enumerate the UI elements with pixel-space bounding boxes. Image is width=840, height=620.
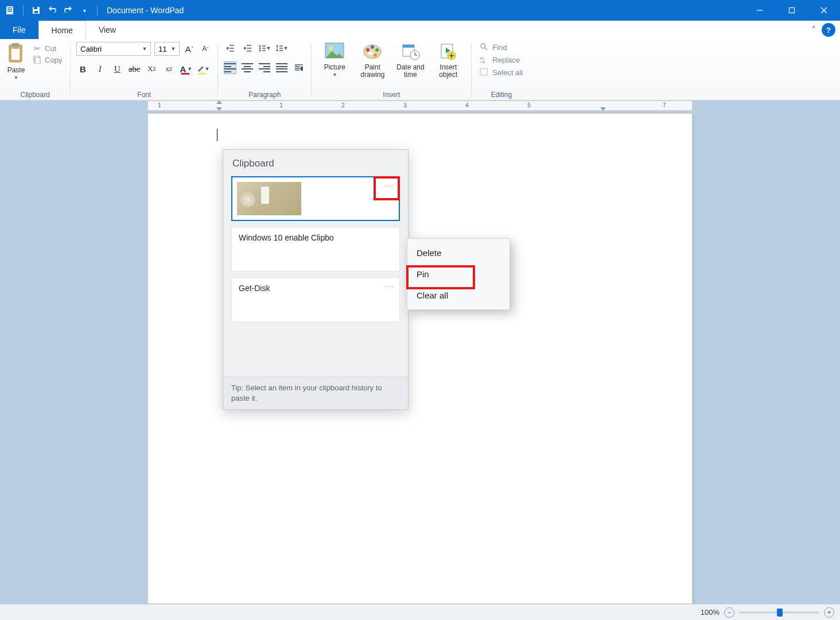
insert-paint-label: Paint drawing — [360, 64, 384, 79]
insert-picture-label: Picture — [324, 64, 345, 71]
chevron-down-icon: ▼ — [170, 46, 176, 52]
svg-rect-3 — [7, 11, 12, 12]
qat-separator — [23, 5, 24, 16]
insert-datetime-label: Date and time — [396, 64, 425, 79]
svg-point-41 — [371, 45, 374, 49]
document-page[interactable]: Clipboard ··· Windows 10 enable Clipbo G… — [147, 113, 693, 604]
minimize-button[interactable] — [744, 0, 776, 21]
collapse-ribbon-icon[interactable]: ˄ — [808, 21, 819, 39]
copy-button[interactable]: Copy — [30, 55, 64, 65]
group-insert: Picture▼ Paint drawing Date and time Ins… — [312, 40, 471, 100]
search-icon — [480, 42, 489, 52]
justify-button[interactable] — [275, 61, 288, 74]
shrink-font-button[interactable]: A˅ — [199, 42, 212, 55]
chevron-down-icon: ▼ — [332, 72, 337, 78]
help-icon[interactable]: ? — [822, 23, 835, 37]
bold-button[interactable]: B — [76, 63, 89, 75]
clipboard-item-image[interactable]: ··· — [231, 176, 400, 221]
highlight-button[interactable]: ▼ — [197, 63, 209, 75]
svg-rect-12 — [12, 43, 19, 47]
align-right-button[interactable] — [258, 61, 271, 74]
qat-separator-2 — [97, 5, 98, 16]
zoom-slider-thumb[interactable] — [777, 609, 783, 617]
grow-font-button[interactable]: A˄ — [183, 42, 196, 55]
paragraph-dialog-button[interactable] — [293, 61, 305, 74]
svg-rect-13 — [11, 49, 20, 60]
zoom-in-button[interactable]: + — [824, 607, 834, 618]
zoom-out-button[interactable]: − — [724, 607, 734, 618]
decrease-indent-button[interactable] — [224, 42, 236, 55]
find-button[interactable]: Find — [477, 42, 525, 52]
font-color-button[interactable]: A▼ — [180, 63, 192, 75]
chevron-down-icon: ▼ — [187, 66, 192, 72]
zoom-slider[interactable] — [739, 611, 819, 614]
underline-button[interactable]: U — [111, 63, 123, 75]
right-indent-marker[interactable] — [600, 107, 606, 111]
clipboard-item-text[interactable]: Get-Disk ··· — [231, 277, 400, 322]
qat-customize-icon[interactable]: ▾ — [79, 5, 90, 16]
window-title: Document - WordPad — [107, 6, 184, 15]
indent-marker-bottom[interactable] — [216, 107, 222, 111]
group-insert-label: Insert — [383, 91, 400, 99]
italic-button[interactable]: I — [94, 63, 106, 75]
svg-point-43 — [374, 53, 377, 57]
svg-point-23 — [259, 48, 261, 49]
selectall-icon — [480, 68, 489, 77]
align-center-button[interactable] — [241, 61, 254, 74]
file-tab[interactable]: File — [0, 21, 38, 39]
ruler[interactable]: 1 1 2 3 4 5 7 — [0, 100, 840, 112]
line-spacing-button[interactable]: ▼ — [275, 42, 288, 55]
ctx-clear-all[interactable]: Clear all — [407, 285, 510, 306]
svg-rect-6 — [34, 11, 38, 13]
redo-icon[interactable] — [63, 5, 74, 16]
clipboard-item-text[interactable]: Windows 10 enable Clipbo — [231, 227, 400, 272]
text-caret — [217, 129, 217, 141]
replace-button[interactable]: abReplace — [477, 55, 525, 65]
ctx-pin[interactable]: Pin — [407, 264, 510, 285]
font-size-dropdown[interactable]: 11▼ — [154, 42, 180, 56]
insert-picture-button[interactable]: Picture▼ — [317, 42, 352, 78]
insert-datetime-button[interactable]: Date and time — [393, 42, 427, 79]
clipboard-item-more-icon[interactable]: ··· — [384, 281, 395, 290]
increase-indent-button[interactable] — [241, 42, 254, 55]
app-icon — [5, 5, 16, 16]
save-icon[interactable] — [30, 5, 42, 16]
group-clipboard: Paste ▼ ✂Cut Copy Clipboard — [0, 40, 70, 100]
superscript-button[interactable]: x2 — [162, 63, 175, 75]
svg-rect-8 — [790, 8, 795, 13]
svg-point-40 — [366, 48, 370, 52]
group-font-label: Font — [137, 91, 151, 99]
chevron-down-icon: ▼ — [283, 45, 288, 51]
status-bar: 100% − + — [0, 604, 840, 620]
list-button[interactable]: ▼ — [258, 42, 271, 55]
svg-rect-2 — [7, 9, 12, 10]
svg-rect-5 — [34, 7, 37, 9]
title-bar: ▾ Document - WordPad — [0, 0, 840, 21]
chevron-down-icon: ▼ — [14, 75, 18, 80]
maximize-button[interactable] — [776, 0, 808, 21]
insert-paint-button[interactable]: Paint drawing — [355, 42, 390, 79]
svg-rect-36 — [301, 67, 303, 71]
close-button[interactable] — [808, 0, 840, 21]
subscript-button[interactable]: X2 — [145, 63, 158, 75]
svg-rect-46 — [403, 45, 414, 48]
paste-button[interactable]: Paste ▼ — [6, 42, 26, 80]
align-left-button[interactable] — [224, 61, 236, 74]
chevron-down-icon: ▼ — [266, 45, 271, 51]
selectall-button[interactable]: Select all — [477, 67, 525, 78]
ctx-delete[interactable]: Delete — [407, 242, 510, 264]
strikethrough-button[interactable]: abc — [128, 63, 141, 75]
group-editing: Find abReplace Select all Editing — [472, 40, 531, 100]
replace-icon: ab — [480, 55, 489, 64]
cut-button[interactable]: ✂Cut — [30, 43, 64, 53]
tab-strip: File Home View ˄ ? — [0, 21, 840, 40]
clipboard-item-more-icon[interactable]: ··· — [384, 181, 394, 190]
undo-icon[interactable] — [46, 5, 58, 16]
home-tab[interactable]: Home — [38, 21, 86, 40]
svg-point-42 — [375, 48, 379, 52]
view-tab[interactable]: View — [86, 21, 129, 39]
font-name-dropdown[interactable]: Calibri▼ — [76, 42, 151, 56]
insert-object-button[interactable]: Insert object — [431, 42, 465, 79]
indent-marker-top[interactable] — [216, 100, 222, 104]
svg-rect-1 — [7, 7, 12, 9]
